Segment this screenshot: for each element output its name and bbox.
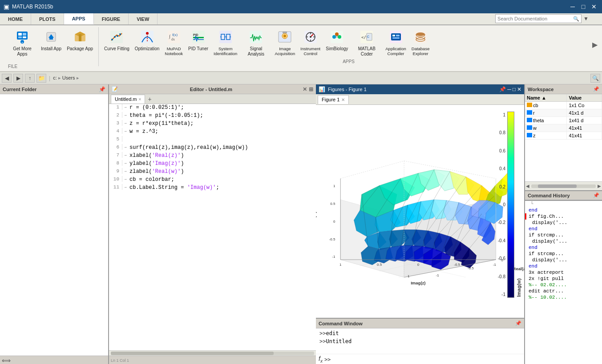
minimize-button[interactable]: ─ (568, 3, 577, 10)
hist-display-3[interactable]: display('... (525, 257, 602, 263)
editor-detach-icon[interactable]: ⊞ (309, 86, 313, 92)
hist-end-1[interactable]: end (525, 207, 602, 213)
image-acq-button[interactable]: ImageAcquisition (272, 27, 298, 63)
close-button[interactable]: ✕ (590, 3, 598, 10)
ws-row-z[interactable]: z 41x41 (525, 132, 602, 140)
ws-name-cb: cb (525, 102, 567, 109)
tab-home[interactable]: HOME (0, 13, 31, 24)
figure-close-icon[interactable]: ✕ (517, 86, 521, 92)
system-id-button[interactable]: SystemIdentification (211, 27, 240, 63)
editor-content[interactable]: 1 – r = (0:0.025:1)'; 2 – theta = pi*(-1… (109, 104, 316, 350)
current-folder-pin[interactable]: 📌 (99, 86, 105, 92)
figure-window-icon: 📊 (319, 86, 325, 92)
command-input[interactable] (331, 356, 521, 363)
hist-date-1[interactable]: %-- 02.02.... (525, 282, 602, 288)
svg-rect-62 (396, 35, 400, 36)
hist-actreport[interactable]: 3x actreport (525, 269, 602, 276)
workspace-pin[interactable]: 📌 (593, 86, 599, 92)
pid-tuner-button[interactable]: PID PID Tuner (186, 27, 211, 63)
curve-fitting-button[interactable]: Curve Fitting (101, 27, 132, 63)
hist-if-fig[interactable]: if fig.Ch... (525, 213, 602, 220)
browse-button[interactable]: 📁 (36, 74, 46, 83)
ws-row-r[interactable]: r 41x1 d (525, 109, 602, 117)
scroll-right-icon[interactable]: ▶ (598, 184, 601, 188)
hist-end-2[interactable]: end (525, 226, 602, 232)
right-panel: Workspace 📌 Name ▲ Value cb 1x1 Co (524, 84, 602, 364)
tab-plots[interactable]: PLOTS (31, 13, 64, 24)
search-input[interactable] (497, 16, 573, 21)
hist-display-2[interactable]: display('... (525, 238, 602, 244)
install-app-label: Install App (41, 46, 61, 52)
figure-area: 📊 Figures - Figure 1 📌 ─ □ ✕ Figure 1 ✕ (316, 84, 524, 364)
editor-close-icon[interactable]: ✕ (303, 86, 307, 92)
command-prompt-line[interactable]: fx >> (316, 354, 524, 364)
ws-row-cb[interactable]: cb 1x1 Co (525, 102, 602, 109)
editor-tab-close[interactable]: × (139, 97, 141, 102)
resize-left-bottom[interactable]: ⟺ (2, 357, 11, 364)
expand-icon[interactable]: ▼ (583, 16, 589, 22)
figure-window: 📊 Figures - Figure 1 📌 ─ □ ✕ Figure 1 ✕ (316, 84, 524, 364)
hist-indent-1: └ (525, 201, 602, 207)
figure-tab-1[interactable]: Figure 1 ✕ (318, 95, 349, 104)
workspace-scroll-track[interactable] (531, 184, 596, 188)
tab-apps[interactable]: APPS (64, 13, 94, 24)
instrument-ctrl-button[interactable]: InstrumentControl (298, 27, 323, 63)
figure-maximize-icon[interactable]: □ (513, 86, 516, 92)
db-explorer-button[interactable]: DatabaseExplorer (409, 27, 432, 63)
search-nav-button[interactable]: 🔍 (590, 74, 600, 83)
tab-figure[interactable]: FIGURE (94, 13, 129, 24)
editor-tab-untitled[interactable]: Untitled.m × (111, 95, 145, 104)
svg-point-38 (283, 35, 286, 37)
more-apps-arrow[interactable]: ▶ (592, 40, 598, 49)
drive-breadcrumb[interactable]: c: (53, 75, 57, 80)
hist-edit-actr[interactable]: edit actr... (525, 288, 602, 294)
back-button[interactable]: ◀ (2, 74, 12, 83)
figure-window-controls[interactable]: 📌 ─ □ ✕ (499, 86, 521, 92)
image-acq-icon (277, 29, 293, 45)
optimization-button[interactable]: Optimization (132, 27, 162, 63)
hist-end-4[interactable]: end (525, 263, 602, 269)
mupad-button[interactable]: ∫ f(x) dx MuPADNotebook (162, 27, 186, 63)
package-app-button[interactable]: Package App (64, 27, 96, 63)
figure-minimize-icon[interactable]: ─ (507, 86, 511, 92)
maximize-button[interactable]: □ (579, 3, 588, 10)
command-window-pin[interactable]: 📌 (515, 320, 521, 326)
search-box[interactable]: 🔍 (495, 14, 582, 23)
app-compiler-button[interactable]: ApplicationCompiler (383, 27, 408, 63)
editor-scrollbar-h[interactable] (109, 350, 316, 356)
tab-view[interactable]: VIEW (129, 13, 158, 24)
hist-if-strcmp-1[interactable]: if strcmp... (525, 232, 602, 238)
workspace-scrollbar[interactable]: ◀ ▶ (525, 181, 602, 190)
hist-if-strcmp-2[interactable]: if strcmp... (525, 251, 602, 257)
ws-row-theta[interactable]: theta 1x41 d (525, 117, 602, 124)
simbiology-button[interactable]: SimBiology (323, 27, 351, 63)
colorbar-labels: 1 0.8 0.6 0.4 0.2 0 -0.2 -0.4 -0.6 -0.8 … (493, 112, 505, 298)
hist-git-pull[interactable]: 2x !git pull (525, 276, 602, 282)
svg-rect-0 (17, 32, 28, 40)
window-controls[interactable]: ─ □ ✕ (568, 3, 598, 10)
install-app-button[interactable]: Install App (38, 27, 64, 63)
hist-display-1[interactable]: display('... (525, 220, 602, 226)
matlab-coder-button[interactable]: </> C MATLAB Coder (351, 27, 383, 63)
figure-pin-icon[interactable]: 📌 (499, 86, 506, 92)
command-window-header: Command Window 📌 (316, 319, 524, 328)
matlab-logo: ▣ (4, 3, 9, 10)
figure-tab-close[interactable]: ✕ (341, 97, 345, 102)
add-tab-button[interactable]: + (145, 95, 154, 104)
svg-rect-63 (392, 37, 400, 39)
hist-date-2[interactable]: %-- 10.02.... (525, 294, 602, 300)
code-line-3: 3 – z = r*exp(1i*theta); (109, 120, 316, 128)
get-more-apps-button[interactable]: + Get More Apps (6, 27, 38, 63)
main-area: Current Folder 📌 ⟺ 📝 Editor - Untitled.m… (0, 84, 602, 364)
users-breadcrumb[interactable]: Users (62, 75, 75, 80)
workspace-scroll-thumb (538, 184, 577, 188)
up-button[interactable]: ↑ (25, 74, 35, 83)
editor-tab-bar: Untitled.m × + (109, 94, 316, 104)
ws-row-w[interactable]: w 41x41 (525, 124, 602, 132)
forward-button[interactable]: ▶ (13, 74, 23, 83)
code-line-7: 7 – xlabel('Real(z)') (109, 152, 316, 160)
command-history-pin[interactable]: 📌 (593, 192, 599, 198)
scroll-left-icon[interactable]: ◀ (526, 184, 529, 188)
hist-end-3[interactable]: end (525, 244, 602, 251)
signal-analysis-button[interactable]: Signal Analysis (240, 27, 272, 63)
